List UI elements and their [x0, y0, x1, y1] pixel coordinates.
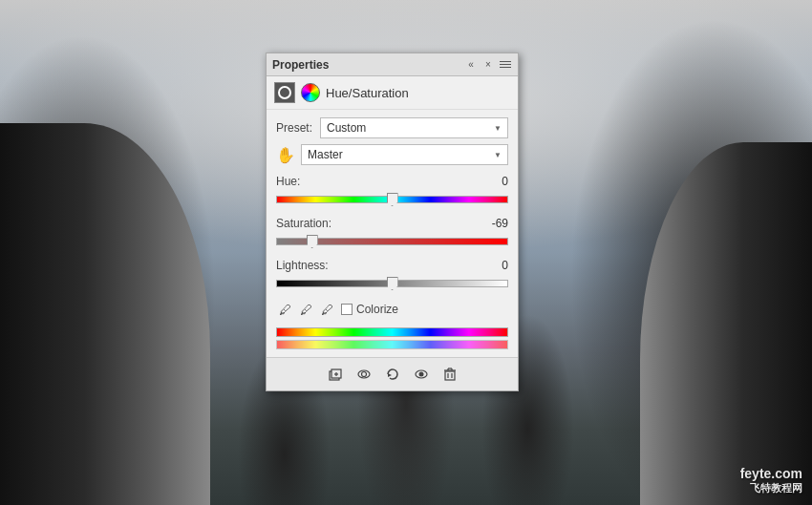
channel-dropdown-arrow: ▼ — [494, 151, 502, 159]
panel-footer — [267, 357, 518, 390]
svg-point-5 — [361, 372, 366, 377]
eyedropper-add-button[interactable]: 🖊 — [297, 301, 314, 318]
eyedropper-subtract-button[interactable]: 🖊 — [318, 301, 335, 318]
channel-row: ✋ Master ▼ — [276, 144, 508, 165]
panel-body: Preset: Custom ▼ ✋ Master ▼ Hue: 0 — [267, 110, 518, 357]
new-layer-button[interactable] — [325, 364, 346, 385]
spectrum-top-bar — [276, 327, 508, 337]
menu-line-3 — [500, 67, 511, 68]
eye-view-icon — [414, 367, 429, 382]
panel-collapse-button[interactable]: « — [464, 58, 478, 72]
visibility-button[interactable] — [353, 364, 374, 385]
watermark-site: feyte.com — [740, 466, 802, 481]
lightness-slider-row: Lightness: 0 — [276, 259, 508, 293]
watermark: feyte.com 飞特教程网 — [740, 466, 802, 495]
hand-tool-icon[interactable]: ✋ — [276, 146, 295, 164]
hue-slider-container[interactable] — [276, 190, 508, 209]
panel-menu-button[interactable] — [499, 58, 512, 72]
panel-title-icons: « × — [464, 58, 512, 72]
reset-icon — [385, 367, 400, 382]
panel-title: Properties — [272, 58, 464, 72]
eyedropper-button[interactable]: 🖊 — [276, 301, 293, 318]
adjustment-title: Hue/Saturation — [326, 86, 409, 100]
saturation-slider-row: Saturation: -69 — [276, 217, 508, 251]
lightness-value: 0 — [502, 259, 508, 272]
channel-value: Master — [308, 148, 343, 161]
layer-icon — [274, 82, 295, 103]
preset-label: Preset: — [276, 121, 314, 135]
colorize-text: Colorize — [356, 303, 398, 316]
hue-thumb[interactable] — [387, 193, 398, 206]
delete-button[interactable] — [439, 364, 460, 385]
preset-row: Preset: Custom ▼ — [276, 117, 508, 138]
saturation-value: -69 — [492, 217, 508, 230]
colorize-checkbox[interactable] — [341, 304, 353, 315]
menu-icon — [498, 59, 513, 70]
panel-close-button[interactable]: × — [481, 58, 495, 72]
watermark-cn: 飞特教程网 — [740, 481, 802, 495]
panel-header: Hue/Saturation — [267, 76, 518, 110]
lightness-slider-container[interactable] — [276, 274, 508, 293]
saturation-slider-header: Saturation: -69 — [276, 217, 508, 230]
hue-label: Hue: — [276, 175, 300, 188]
layer-icon-inner — [278, 86, 291, 99]
svg-marker-6 — [388, 373, 392, 377]
svg-point-8 — [418, 372, 423, 377]
spectrum-bottom-bar — [276, 340, 508, 349]
lightness-slider-header: Lightness: 0 — [276, 259, 508, 272]
colorize-row: 🖊 🖊 🖊 Colorize — [276, 301, 508, 318]
channel-dropdown[interactable]: Master ▼ — [301, 144, 508, 165]
eyedropper-group: 🖊 🖊 🖊 — [276, 301, 335, 318]
reset-button[interactable] — [382, 364, 403, 385]
panel-titlebar: Properties « × — [267, 53, 518, 76]
preset-dropdown-arrow: ▼ — [494, 124, 502, 133]
saturation-label: Saturation: — [276, 217, 331, 230]
tree-left — [0, 123, 210, 505]
hue-slider-header: Hue: 0 — [276, 175, 508, 188]
hue-saturation-icon — [301, 83, 320, 102]
menu-line-2 — [500, 64, 511, 65]
preset-value: Custom — [327, 121, 366, 135]
hue-slider-row: Hue: 0 — [276, 175, 508, 209]
tree-right — [640, 142, 812, 505]
svg-rect-9 — [445, 371, 455, 380]
spectrum-container — [276, 327, 508, 349]
lightness-thumb[interactable] — [387, 277, 398, 290]
lightness-label: Lightness: — [276, 259, 329, 272]
visibility-icon — [356, 367, 372, 382]
properties-panel: Properties « × Hue/Saturation Preset: — [266, 53, 519, 391]
delete-icon — [442, 367, 458, 382]
preset-dropdown[interactable]: Custom ▼ — [320, 117, 508, 138]
colorize-label[interactable]: Colorize — [341, 303, 398, 316]
saturation-slider-container[interactable] — [276, 232, 508, 251]
hue-value: 0 — [502, 175, 508, 188]
eye-view-button[interactable] — [411, 364, 432, 385]
new-layer-icon — [328, 367, 343, 382]
menu-line-1 — [500, 61, 511, 62]
saturation-thumb[interactable] — [307, 235, 318, 248]
